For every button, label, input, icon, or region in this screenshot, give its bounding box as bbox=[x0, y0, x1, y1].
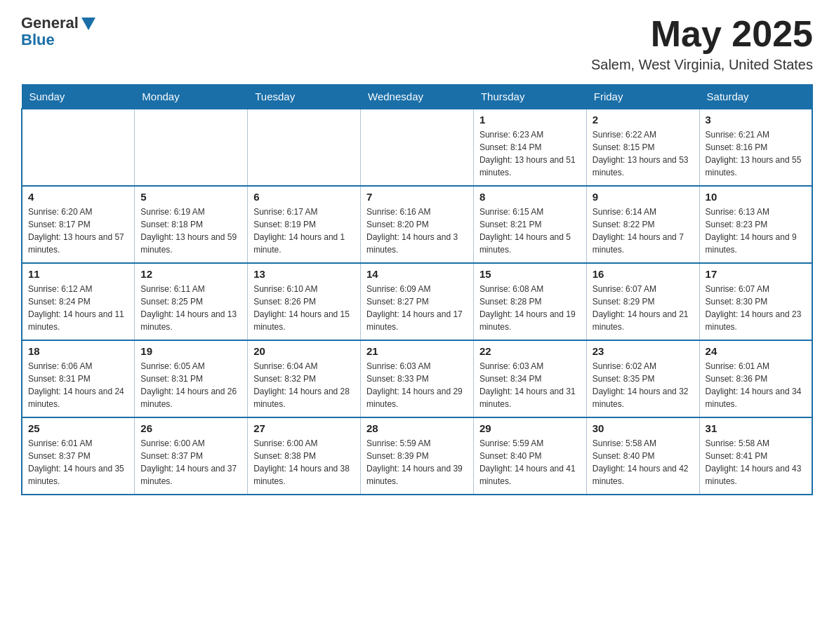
calendar-day-24: 24Sunrise: 6:01 AM Sunset: 8:36 PM Dayli… bbox=[699, 340, 812, 417]
day-number: 28 bbox=[366, 422, 468, 434]
logo-blue-text: Blue bbox=[21, 31, 55, 49]
calendar-header-thursday: Thursday bbox=[473, 85, 586, 109]
day-number: 23 bbox=[593, 345, 694, 357]
calendar-header-wednesday: Wednesday bbox=[361, 85, 474, 109]
day-number: 31 bbox=[706, 422, 806, 434]
day-number: 19 bbox=[140, 345, 241, 357]
day-number: 13 bbox=[253, 268, 355, 280]
day-info: Sunrise: 6:03 AM Sunset: 8:34 PM Dayligh… bbox=[479, 360, 581, 410]
day-info: Sunrise: 6:09 AM Sunset: 8:27 PM Dayligh… bbox=[366, 283, 468, 333]
calendar-day-28: 28Sunrise: 5:59 AM Sunset: 8:39 PM Dayli… bbox=[361, 417, 474, 495]
calendar-empty-cell bbox=[135, 109, 248, 186]
logo-general-text: General bbox=[21, 14, 79, 32]
calendar-day-30: 30Sunrise: 5:58 AM Sunset: 8:40 PM Dayli… bbox=[586, 417, 699, 495]
day-info: Sunrise: 6:13 AM Sunset: 8:23 PM Dayligh… bbox=[706, 206, 806, 256]
day-number: 10 bbox=[706, 191, 806, 203]
day-info: Sunrise: 5:58 AM Sunset: 8:40 PM Dayligh… bbox=[593, 437, 694, 488]
calendar-day-2: 2Sunrise: 6:22 AM Sunset: 8:15 PM Daylig… bbox=[586, 109, 699, 186]
day-number: 8 bbox=[479, 191, 581, 203]
day-info: Sunrise: 6:05 AM Sunset: 8:31 PM Dayligh… bbox=[140, 360, 241, 410]
calendar-week-row: 1Sunrise: 6:23 AM Sunset: 8:14 PM Daylig… bbox=[22, 109, 812, 186]
calendar-day-4: 4Sunrise: 6:20 AM Sunset: 8:17 PM Daylig… bbox=[22, 186, 135, 263]
day-number: 22 bbox=[479, 345, 581, 357]
calendar-day-13: 13Sunrise: 6:10 AM Sunset: 8:26 PM Dayli… bbox=[248, 263, 361, 340]
calendar-day-16: 16Sunrise: 6:07 AM Sunset: 8:29 PM Dayli… bbox=[586, 263, 699, 340]
calendar-day-11: 11Sunrise: 6:12 AM Sunset: 8:24 PM Dayli… bbox=[22, 263, 135, 340]
day-info: Sunrise: 6:07 AM Sunset: 8:30 PM Dayligh… bbox=[706, 283, 806, 333]
logo: General Blue bbox=[21, 14, 95, 49]
day-info: Sunrise: 6:21 AM Sunset: 8:16 PM Dayligh… bbox=[706, 128, 806, 179]
day-info: Sunrise: 6:08 AM Sunset: 8:28 PM Dayligh… bbox=[479, 283, 581, 333]
day-number: 26 bbox=[140, 422, 241, 434]
day-number: 9 bbox=[593, 191, 694, 203]
calendar-day-14: 14Sunrise: 6:09 AM Sunset: 8:27 PM Dayli… bbox=[361, 263, 474, 340]
day-number: 3 bbox=[706, 114, 806, 126]
day-number: 16 bbox=[593, 268, 694, 280]
calendar-day-8: 8Sunrise: 6:15 AM Sunset: 8:21 PM Daylig… bbox=[473, 186, 586, 263]
month-year-title: May 2025 bbox=[591, 14, 813, 54]
calendar-week-row: 4Sunrise: 6:20 AM Sunset: 8:17 PM Daylig… bbox=[22, 186, 812, 263]
day-info: Sunrise: 6:01 AM Sunset: 8:37 PM Dayligh… bbox=[28, 437, 128, 488]
day-number: 21 bbox=[366, 345, 468, 357]
location-subtitle: Salem, West Virginia, United States bbox=[591, 57, 813, 73]
calendar-day-1: 1Sunrise: 6:23 AM Sunset: 8:14 PM Daylig… bbox=[473, 109, 586, 186]
day-number: 5 bbox=[140, 191, 241, 203]
day-info: Sunrise: 6:10 AM Sunset: 8:26 PM Dayligh… bbox=[253, 283, 355, 333]
calendar-header-tuesday: Tuesday bbox=[248, 85, 361, 109]
day-number: 7 bbox=[366, 191, 468, 203]
calendar-day-25: 25Sunrise: 6:01 AM Sunset: 8:37 PM Dayli… bbox=[22, 417, 135, 495]
day-number: 1 bbox=[479, 114, 581, 126]
day-info: Sunrise: 6:03 AM Sunset: 8:33 PM Dayligh… bbox=[366, 360, 468, 410]
day-info: Sunrise: 5:59 AM Sunset: 8:39 PM Dayligh… bbox=[366, 437, 468, 488]
day-info: Sunrise: 6:07 AM Sunset: 8:29 PM Dayligh… bbox=[593, 283, 694, 333]
day-number: 17 bbox=[706, 268, 806, 280]
calendar-day-26: 26Sunrise: 6:00 AM Sunset: 8:37 PM Dayli… bbox=[135, 417, 248, 495]
day-number: 12 bbox=[140, 268, 241, 280]
day-info: Sunrise: 6:20 AM Sunset: 8:17 PM Dayligh… bbox=[28, 206, 128, 256]
day-number: 30 bbox=[593, 422, 694, 434]
calendar-header-sunday: Sunday bbox=[22, 85, 135, 109]
calendar-day-5: 5Sunrise: 6:19 AM Sunset: 8:18 PM Daylig… bbox=[135, 186, 248, 263]
calendar-week-row: 25Sunrise: 6:01 AM Sunset: 8:37 PM Dayli… bbox=[22, 417, 812, 495]
calendar-empty-cell bbox=[361, 109, 474, 186]
calendar-day-31: 31Sunrise: 5:58 AM Sunset: 8:41 PM Dayli… bbox=[699, 417, 812, 495]
calendar-week-row: 11Sunrise: 6:12 AM Sunset: 8:24 PM Dayli… bbox=[22, 263, 812, 340]
day-info: Sunrise: 6:01 AM Sunset: 8:36 PM Dayligh… bbox=[706, 360, 806, 410]
day-info: Sunrise: 6:02 AM Sunset: 8:35 PM Dayligh… bbox=[593, 360, 694, 410]
day-info: Sunrise: 6:00 AM Sunset: 8:37 PM Dayligh… bbox=[140, 437, 241, 488]
calendar-header-saturday: Saturday bbox=[699, 85, 812, 109]
day-number: 4 bbox=[28, 191, 128, 203]
calendar-day-19: 19Sunrise: 6:05 AM Sunset: 8:31 PM Dayli… bbox=[135, 340, 248, 417]
calendar-day-29: 29Sunrise: 5:59 AM Sunset: 8:40 PM Dayli… bbox=[473, 417, 586, 495]
day-number: 27 bbox=[253, 422, 355, 434]
calendar-day-12: 12Sunrise: 6:11 AM Sunset: 8:25 PM Dayli… bbox=[135, 263, 248, 340]
day-number: 2 bbox=[593, 114, 694, 126]
calendar-day-22: 22Sunrise: 6:03 AM Sunset: 8:34 PM Dayli… bbox=[473, 340, 586, 417]
day-info: Sunrise: 6:16 AM Sunset: 8:20 PM Dayligh… bbox=[366, 206, 468, 256]
day-number: 20 bbox=[253, 345, 355, 357]
day-info: Sunrise: 6:00 AM Sunset: 8:38 PM Dayligh… bbox=[253, 437, 355, 488]
day-info: Sunrise: 6:12 AM Sunset: 8:24 PM Dayligh… bbox=[28, 283, 128, 333]
calendar-day-3: 3Sunrise: 6:21 AM Sunset: 8:16 PM Daylig… bbox=[699, 109, 812, 186]
calendar-day-21: 21Sunrise: 6:03 AM Sunset: 8:33 PM Dayli… bbox=[361, 340, 474, 417]
day-number: 15 bbox=[479, 268, 581, 280]
day-info: Sunrise: 5:58 AM Sunset: 8:41 PM Dayligh… bbox=[706, 437, 806, 488]
calendar-empty-cell bbox=[22, 109, 135, 186]
day-info: Sunrise: 6:11 AM Sunset: 8:25 PM Dayligh… bbox=[140, 283, 241, 333]
calendar-day-6: 6Sunrise: 6:17 AM Sunset: 8:19 PM Daylig… bbox=[248, 186, 361, 263]
day-info: Sunrise: 5:59 AM Sunset: 8:40 PM Dayligh… bbox=[479, 437, 581, 488]
calendar-header-friday: Friday bbox=[586, 85, 699, 109]
day-info: Sunrise: 6:14 AM Sunset: 8:22 PM Dayligh… bbox=[593, 206, 694, 256]
calendar-day-23: 23Sunrise: 6:02 AM Sunset: 8:35 PM Dayli… bbox=[586, 340, 699, 417]
day-info: Sunrise: 6:17 AM Sunset: 8:19 PM Dayligh… bbox=[253, 206, 355, 256]
calendar-day-18: 18Sunrise: 6:06 AM Sunset: 8:31 PM Dayli… bbox=[22, 340, 135, 417]
calendar-day-20: 20Sunrise: 6:04 AM Sunset: 8:32 PM Dayli… bbox=[248, 340, 361, 417]
calendar-empty-cell bbox=[248, 109, 361, 186]
day-info: Sunrise: 6:22 AM Sunset: 8:15 PM Dayligh… bbox=[593, 128, 694, 179]
calendar-header-row: SundayMondayTuesdayWednesdayThursdayFrid… bbox=[22, 85, 812, 109]
day-info: Sunrise: 6:19 AM Sunset: 8:18 PM Dayligh… bbox=[140, 206, 241, 256]
day-info: Sunrise: 6:23 AM Sunset: 8:14 PM Dayligh… bbox=[479, 128, 581, 179]
day-info: Sunrise: 6:06 AM Sunset: 8:31 PM Dayligh… bbox=[28, 360, 128, 410]
calendar-day-10: 10Sunrise: 6:13 AM Sunset: 8:23 PM Dayli… bbox=[699, 186, 812, 263]
calendar-day-9: 9Sunrise: 6:14 AM Sunset: 8:22 PM Daylig… bbox=[586, 186, 699, 263]
